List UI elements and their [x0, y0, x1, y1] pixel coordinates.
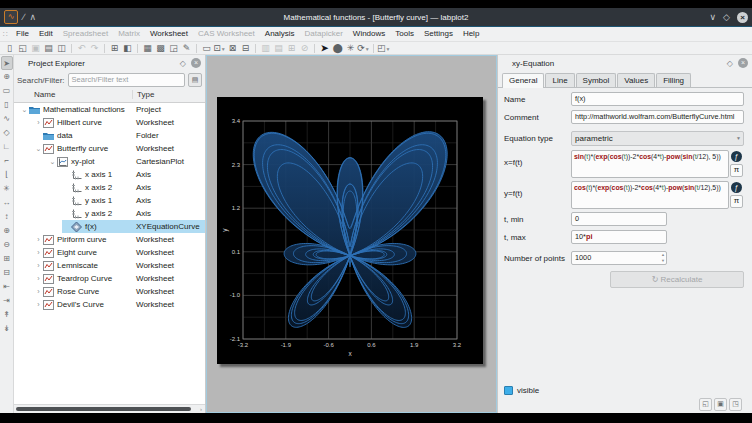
save-template-icon[interactable]: ▣ [714, 398, 727, 411]
expander-icon[interactable]: › [34, 272, 43, 285]
shift-left-icon[interactable]: ⇤ [1, 280, 13, 294]
tab-general[interactable]: General [502, 73, 544, 88]
close-panel-icon[interactable]: × [191, 58, 201, 68]
zoom-out-icon[interactable]: ⊖ [1, 238, 13, 252]
fit-page-icon[interactable]: ⊟ [239, 42, 252, 54]
tree-row-y-axis-1[interactable]: y axis 1Axis [14, 194, 205, 207]
tree-row-data[interactable]: dataFolder [14, 129, 205, 142]
shift-right-icon[interactable]: ⇥ [1, 294, 13, 308]
axis-horizontal-icon[interactable]: ⌐ [1, 154, 13, 168]
expander-icon[interactable]: › [34, 233, 43, 246]
recalculate-button[interactable]: ↻ Recalculate [610, 271, 744, 288]
close-button[interactable]: × [737, 12, 748, 23]
axis-vertical-icon[interactable]: ⌊ [1, 168, 13, 182]
spinner-arrows-icon[interactable]: ▲▼ [661, 252, 665, 264]
load-template-icon[interactable]: ◱ [699, 398, 712, 411]
shift-up-icon[interactable]: ↟ [1, 308, 13, 322]
print-preview-icon[interactable]: ◫ [55, 42, 68, 54]
axis-both-icon[interactable]: ∟ [1, 140, 13, 154]
tree-row-hilbert-curve[interactable]: ›Hilbert curveWorksheet [14, 116, 205, 129]
filter-options-icon[interactable]: ▤ [188, 73, 202, 87]
scrollbar-arrow-icon[interactable]: › [200, 405, 202, 413]
worksheet-view[interactable]: 3.42.31.20.1-1.0-2.1-3.2-1.9-0.60.61.93.… [206, 55, 497, 413]
menu-worksheet[interactable]: Worksheet [145, 27, 193, 41]
new-spreadsheet-icon[interactable]: ▦ [141, 42, 154, 54]
tree-row-piriform-curve[interactable]: ›Piriform curveWorksheet [14, 233, 205, 246]
custom-point-icon[interactable]: ◇ [1, 126, 13, 140]
new-image-icon[interactable]: ⊡▼ [213, 42, 226, 55]
presenter-mode-icon[interactable]: ◰▼ [377, 42, 390, 55]
magnifier-icon[interactable]: ⬤ [331, 42, 344, 54]
menubar-handle[interactable]: ∷ [0, 30, 11, 39]
crosshair-icon[interactable]: ⊕ [1, 70, 13, 84]
new-matrix-icon[interactable]: ▩ [154, 42, 167, 54]
tab-filling[interactable]: Filling [656, 73, 691, 87]
zoom-select-x-icon[interactable]: ⊞ [1, 252, 13, 266]
name-field[interactable]: f(x) [571, 92, 744, 106]
search-input[interactable]: Search/Filter text [68, 73, 185, 87]
tree-row-teardrop-curve[interactable]: ›Teardrop CurveWorksheet [14, 272, 205, 285]
shift-down-icon[interactable]: ↡ [1, 322, 13, 336]
functions-button[interactable]: ƒ [731, 151, 742, 162]
comment-field[interactable]: http://mathworld.wolfram.com/ButterflyCu… [571, 110, 744, 124]
minimize-button[interactable]: ∨ [709, 11, 716, 23]
menu-file[interactable]: File [11, 27, 34, 41]
column-header-type[interactable]: Type [132, 90, 154, 99]
new-workbook-icon[interactable]: ◧ [121, 42, 134, 54]
constants-button[interactable]: π [730, 195, 743, 208]
expander-icon[interactable]: ⌄ [48, 155, 57, 168]
zoom-in-icon[interactable]: ⊕ [1, 224, 13, 238]
new-project-icon[interactable]: ▯ [3, 42, 16, 54]
text-label-icon[interactable]: ▭ [1, 84, 13, 98]
expander-icon[interactable]: › [34, 298, 43, 311]
select-mode-icon[interactable]: ➤ [318, 42, 331, 54]
t-max-field[interactable]: 10*pi [571, 230, 667, 244]
functions-button[interactable]: ƒ [731, 182, 742, 193]
tree-row-butterfly-curve[interactable]: ⌄Butterfly curveWorksheet [14, 142, 205, 155]
zoom-mode-icon[interactable]: ✳ [344, 42, 357, 54]
expander-icon[interactable]: › [34, 246, 43, 259]
tree-row-f-x[interactable]: f(x)XYEquationCurve [14, 220, 205, 233]
apply-template-icon[interactable]: ◳ [729, 398, 742, 411]
tree-row-x-axis-2[interactable]: x axis 2Axis [14, 181, 205, 194]
auto-scale-y-icon[interactable]: ↕ [1, 210, 13, 224]
new-note-icon[interactable]: ✎ [180, 42, 193, 54]
open-project-icon[interactable]: ◱ [16, 42, 29, 54]
menu-edit[interactable]: Edit [34, 27, 58, 41]
explorer-horizontal-scrollbar[interactable]: › [14, 404, 205, 413]
menu-tools[interactable]: Tools [390, 27, 419, 41]
tree-row-x-axis-1[interactable]: x axis 1Axis [14, 168, 205, 181]
tree-row-eight-curve[interactable]: ›Eight curveWorksheet [14, 246, 205, 259]
x-equation-field[interactable]: sin(t)*(exp(cos(t))-2*cos(4*t)-pow(sin(t… [571, 150, 729, 178]
navigate-mode-icon[interactable]: ⟳▼ [357, 42, 370, 55]
xy-curve-icon[interactable]: ∿ [1, 112, 13, 126]
expander-icon[interactable]: › [34, 259, 43, 272]
auto-scale-icon[interactable]: ✳ [1, 182, 13, 196]
expander-icon[interactable]: › [34, 285, 43, 298]
expander-icon[interactable]: ⌄ [20, 103, 29, 116]
column-header-name[interactable]: Name [34, 90, 55, 99]
new-folder-icon[interactable]: ⊞ [108, 42, 121, 54]
float-panel-icon[interactable]: ◇ [180, 59, 186, 68]
equation-type-select[interactable]: parametric▼ [571, 131, 744, 146]
maximize-button[interactable]: ◇ [723, 11, 730, 23]
tab-values[interactable]: Values [617, 73, 655, 87]
number-of-points-stepper[interactable]: 1000▲▼ [571, 251, 667, 265]
tree-row-devil-s-curve[interactable]: ›Devil's CurveWorksheet [14, 298, 205, 311]
new-plot-icon[interactable]: ⊠ [226, 42, 239, 54]
image-icon[interactable]: ▯ [1, 98, 13, 112]
tree-row-mathematical-functions[interactable]: ⌄Mathematical functionsProject [14, 103, 205, 116]
menu-windows[interactable]: Windows [348, 27, 390, 41]
pointer-icon[interactable]: ➤ [1, 56, 13, 70]
tree-row-xy-plot[interactable]: ⌄xy-plotCartesianPlot [14, 155, 205, 168]
y-equation-field[interactable]: cos(t)*(exp(cos(t))-2*cos(4*t)-pow(sin(t… [571, 181, 729, 209]
tab-symbol[interactable]: Symbol [576, 73, 617, 87]
butterfly-plot[interactable]: 3.42.31.20.1-1.0-2.1-3.2-1.9-0.60.61.93.… [217, 97, 483, 364]
menu-help[interactable]: Help [458, 27, 484, 41]
visible-checkbox[interactable] [504, 386, 513, 395]
tree-row-rose-curve[interactable]: ›Rose CurveWorksheet [14, 285, 205, 298]
t-min-field[interactable]: 0 [571, 212, 667, 226]
menu-settings[interactable]: Settings [419, 27, 458, 41]
close-panel-icon[interactable]: × [738, 58, 748, 68]
expander-icon[interactable]: › [34, 116, 43, 129]
